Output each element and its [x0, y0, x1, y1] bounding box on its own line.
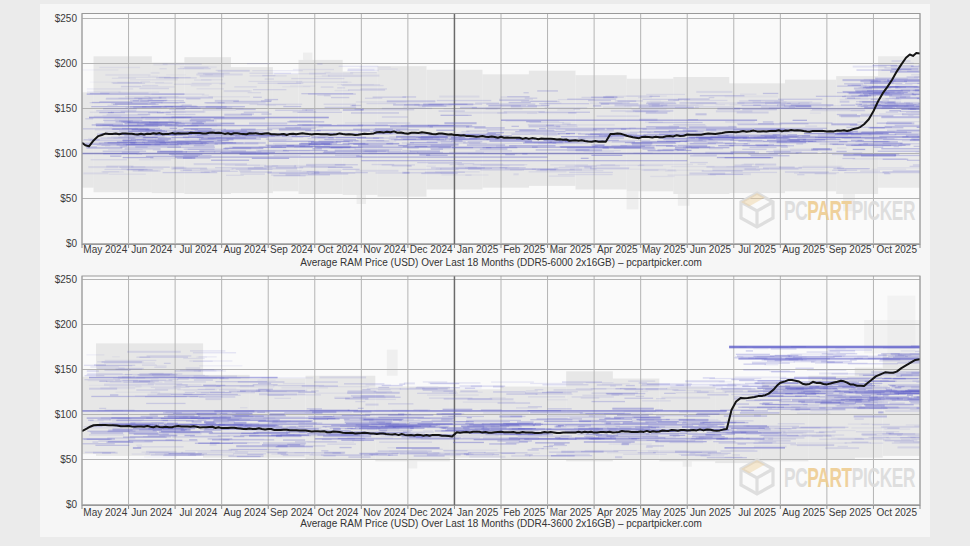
y-axis-tick-label: $50 [60, 454, 77, 465]
ddr4-chart-title: Average RAM Price (USD) Over Last 18 Mon… [82, 518, 920, 529]
pcpartpicker-watermark-text: PCPARTPICKER [784, 195, 915, 226]
x-axis-tick-label: May 2025 [642, 244, 686, 255]
x-axis-tick-label: Sep 2024 [270, 507, 313, 518]
ddr5-price-chart: PCPARTPICKER$0$50$100$150$200$250May 202… [0, 0, 970, 270]
x-axis-tick-label: Oct 2025 [876, 244, 917, 255]
y-axis-tick-label: $100 [55, 148, 78, 159]
pcpartpicker-watermark-text: PCPARTPICKER [784, 462, 915, 493]
x-axis-tick-label: Nov 2024 [363, 244, 406, 255]
x-axis-tick-label: Jan 2025 [457, 507, 499, 518]
x-axis-tick-label: Aug 2024 [223, 244, 266, 255]
x-axis-tick-label: Aug 2024 [223, 507, 266, 518]
x-axis-tick-label: Oct 2024 [318, 507, 359, 518]
x-axis-tick-label: Jun 2025 [690, 244, 732, 255]
x-axis-tick-label: Nov 2024 [363, 507, 406, 518]
y-axis-tick-label: $200 [55, 58, 78, 69]
x-axis-tick-label: May 2024 [83, 244, 127, 255]
x-axis-tick-label: Apr 2025 [597, 244, 638, 255]
y-axis-tick-label: $150 [55, 364, 78, 375]
y-axis-tick-label: $50 [60, 193, 77, 204]
x-axis-tick-label: Dec 2024 [410, 244, 453, 255]
x-axis-tick-label: May 2025 [642, 507, 686, 518]
y-axis-tick-label: $150 [55, 103, 78, 114]
ram-price-trends-screenshot: PCPARTPICKER$0$50$100$150$200$250May 202… [0, 0, 970, 546]
y-axis-tick-label: $0 [66, 238, 78, 249]
x-axis-tick-label: Feb 2025 [503, 244, 546, 255]
x-axis-tick-label: Jul 2025 [738, 507, 776, 518]
y-axis-tick-label: $100 [55, 409, 78, 420]
y-axis-tick-label: $250 [55, 13, 78, 24]
x-axis-tick-label: Dec 2024 [410, 507, 453, 518]
x-axis-tick-label: Jun 2024 [131, 244, 173, 255]
x-axis-tick-label: Aug 2025 [782, 244, 825, 255]
ddr4-price-chart: PCPARTPICKER$0$50$100$150$200$250May 202… [0, 270, 970, 546]
x-axis-tick-label: May 2024 [83, 507, 127, 518]
y-axis-tick-label: $250 [55, 274, 78, 285]
x-axis-tick-label: Sep 2025 [829, 244, 872, 255]
x-axis-tick-label: Sep 2025 [829, 507, 872, 518]
x-axis-tick-label: Jul 2025 [738, 244, 776, 255]
x-axis-tick-label: Jul 2024 [179, 507, 217, 518]
x-axis-tick-label: Oct 2024 [318, 244, 359, 255]
x-axis-tick-label: Jul 2024 [179, 244, 217, 255]
x-axis-tick-label: Sep 2024 [270, 244, 313, 255]
x-axis-tick-label: Oct 2025 [876, 507, 917, 518]
x-axis-tick-label: Jan 2025 [457, 244, 499, 255]
x-axis-tick-label: Mar 2025 [550, 507, 593, 518]
y-axis-tick-label: $200 [55, 319, 78, 330]
y-axis-tick-label: $0 [66, 499, 78, 510]
x-axis-tick-label: Jun 2024 [131, 507, 173, 518]
x-axis-tick-label: Aug 2025 [782, 507, 825, 518]
x-axis-tick-label: Feb 2025 [503, 507, 546, 518]
ddr5-chart-title: Average RAM Price (USD) Over Last 18 Mon… [82, 257, 920, 268]
x-axis-tick-label: Jun 2025 [690, 507, 732, 518]
x-axis-tick-label: Mar 2025 [550, 244, 593, 255]
x-axis-tick-label: Apr 2025 [597, 507, 638, 518]
